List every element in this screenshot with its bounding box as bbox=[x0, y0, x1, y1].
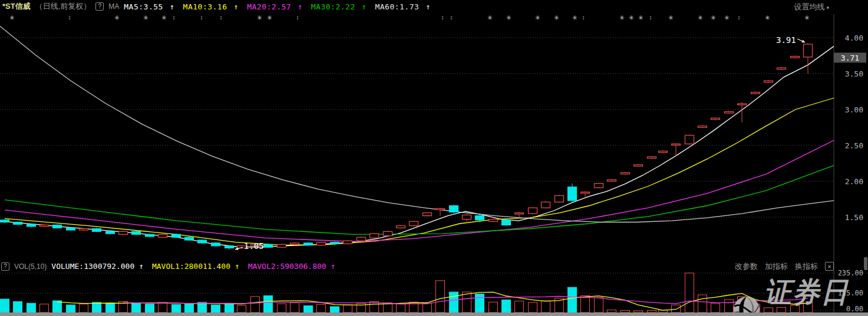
volume-bar[interactable] bbox=[67, 305, 75, 312]
candle-body[interactable] bbox=[27, 224, 36, 227]
volume-bar[interactable] bbox=[463, 292, 471, 312]
candle-body[interactable] bbox=[119, 231, 128, 234]
candle-body[interactable] bbox=[423, 213, 432, 216]
candle-body[interactable] bbox=[581, 192, 590, 193]
volume-bar[interactable] bbox=[146, 304, 154, 312]
volume-bar[interactable] bbox=[685, 273, 694, 312]
volume-bar[interactable] bbox=[93, 302, 101, 312]
event-star-icon[interactable]: ✳ bbox=[506, 14, 511, 22]
candle-body[interactable] bbox=[450, 205, 458, 212]
volume-bar[interactable] bbox=[568, 287, 577, 312]
candle-body[interactable] bbox=[198, 240, 207, 243]
event-updown-icon[interactable]: ↕ bbox=[173, 14, 176, 22]
event-star-icon[interactable]: ✳ bbox=[553, 14, 559, 22]
candle-body[interactable] bbox=[685, 135, 694, 144]
volume-bar[interactable] bbox=[304, 306, 313, 312]
candle-body[interactable] bbox=[515, 213, 524, 214]
candle-body[interactable] bbox=[132, 231, 141, 234]
candle-body[interactable] bbox=[67, 228, 75, 230]
candle-body[interactable] bbox=[212, 243, 220, 246]
candle-body[interactable] bbox=[146, 234, 154, 237]
event-star-icon[interactable]: ✳ bbox=[143, 14, 148, 22]
candle-body[interactable] bbox=[1, 220, 9, 222]
volume-bar[interactable] bbox=[804, 291, 813, 312]
volume-bar[interactable] bbox=[725, 300, 734, 312]
volume-bar[interactable] bbox=[344, 305, 352, 312]
candle-body[interactable] bbox=[529, 208, 537, 214]
candle-body[interactable] bbox=[725, 112, 734, 113]
candle-body[interactable] bbox=[304, 243, 313, 245]
event-star-icon[interactable]: ✳ bbox=[534, 14, 540, 22]
candle-body[interactable] bbox=[40, 225, 49, 226]
volume-bar[interactable] bbox=[159, 302, 167, 312]
candle-body[interactable] bbox=[370, 234, 379, 238]
event-star-icon[interactable]: ✳ bbox=[487, 14, 492, 22]
candle-body[interactable] bbox=[502, 220, 511, 225]
candle-body[interactable] bbox=[344, 241, 352, 244]
volume-bar[interactable] bbox=[132, 303, 141, 312]
candle-body[interactable] bbox=[804, 44, 813, 57]
candle-body[interactable] bbox=[621, 172, 630, 174]
set-ma-button[interactable]: 设置均线▾ bbox=[794, 2, 829, 12]
event-star-icon[interactable]: ✳ bbox=[710, 14, 715, 22]
candle-body[interactable] bbox=[595, 184, 603, 188]
volume-bar[interactable] bbox=[738, 297, 747, 312]
event-star-icon[interactable]: ✳ bbox=[668, 14, 673, 22]
volume-bar[interactable] bbox=[698, 295, 707, 312]
volume-bar[interactable] bbox=[476, 294, 484, 312]
volume-bar[interactable] bbox=[791, 305, 800, 312]
candle-body[interactable] bbox=[489, 219, 498, 222]
candle-body[interactable] bbox=[291, 243, 299, 244]
candle-body[interactable] bbox=[159, 234, 167, 237]
volume-bar[interactable] bbox=[264, 295, 273, 312]
candle-body[interactable] bbox=[185, 237, 194, 240]
event-star-icon[interactable]: ✳ bbox=[161, 14, 166, 22]
candle-body[interactable] bbox=[225, 246, 234, 248]
candle-body[interactable] bbox=[172, 234, 181, 237]
event-star-icon[interactable]: ✳ bbox=[638, 14, 643, 22]
candle-body[interactable] bbox=[777, 68, 786, 69]
switch-indicator-button[interactable]: 换指标 bbox=[795, 261, 818, 272]
volume-bar[interactable] bbox=[40, 304, 49, 312]
volume-bar[interactable] bbox=[53, 301, 62, 312]
volume-bar[interactable] bbox=[581, 295, 590, 312]
help-icon[interactable]: ? bbox=[95, 2, 104, 11]
candle-body[interactable] bbox=[738, 104, 747, 105]
candle-body[interactable] bbox=[476, 216, 484, 220]
event-star-icon[interactable]: ✳ bbox=[764, 14, 770, 22]
volume-bar[interactable] bbox=[764, 308, 773, 312]
candle-body[interactable] bbox=[608, 180, 616, 181]
candle-body[interactable] bbox=[264, 244, 273, 247]
volume-bar[interactable] bbox=[423, 303, 432, 312]
event-star-icon[interactable]: ✳ bbox=[628, 14, 633, 22]
volume-bar[interactable] bbox=[777, 307, 786, 312]
event-star-icon[interactable]: ✳ bbox=[9, 14, 14, 22]
event-updown-icon[interactable]: ↕ bbox=[441, 14, 444, 22]
candle-body[interactable] bbox=[357, 237, 366, 241]
volume-bar[interactable] bbox=[489, 302, 498, 312]
candle-body[interactable] bbox=[764, 81, 773, 82]
volume-bar[interactable] bbox=[397, 304, 405, 312]
candle-body[interactable] bbox=[80, 229, 88, 230]
volume-bar[interactable] bbox=[595, 297, 603, 312]
candle-body[interactable] bbox=[568, 187, 577, 201]
volume-bar[interactable] bbox=[237, 305, 246, 312]
candle-body[interactable] bbox=[317, 242, 326, 245]
candle-body[interactable] bbox=[542, 202, 550, 208]
volume-bar[interactable] bbox=[515, 301, 524, 312]
candle-body[interactable] bbox=[436, 208, 445, 209]
candle-body[interactable] bbox=[648, 157, 656, 158]
event-updown-icon[interactable]: ↕ bbox=[450, 14, 453, 22]
change-params-button[interactable]: 改参数 bbox=[735, 261, 758, 272]
event-star-icon[interactable]: ✳ bbox=[619, 14, 624, 22]
candle-body[interactable] bbox=[672, 144, 681, 145]
volume-bar[interactable] bbox=[106, 303, 115, 312]
candle-body[interactable] bbox=[331, 242, 339, 244]
volume-bar[interactable] bbox=[291, 302, 299, 312]
event-updown-icon[interactable]: ↕ bbox=[649, 14, 652, 22]
volume-bar[interactable] bbox=[1, 299, 9, 312]
event-updown-icon[interactable]: ↕ bbox=[220, 14, 223, 22]
candle-body[interactable] bbox=[397, 226, 405, 228]
volume-bar[interactable] bbox=[212, 305, 220, 312]
event-updown-icon[interactable]: ↕ bbox=[68, 14, 71, 22]
